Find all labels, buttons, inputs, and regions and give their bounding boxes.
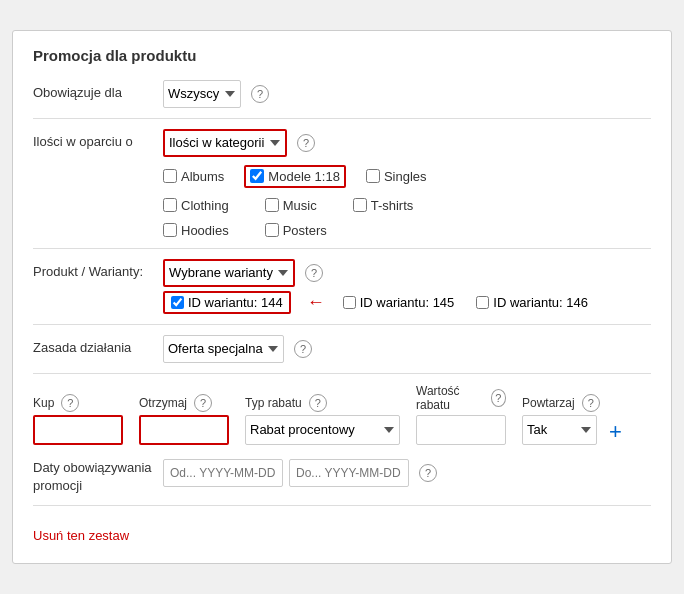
cb-albums[interactable] bbox=[163, 169, 177, 183]
obowiazuje-label: Obowiązuje dla bbox=[33, 80, 163, 100]
cb-clothing[interactable] bbox=[163, 198, 177, 212]
cb-modele-label: Modele 1:18 bbox=[268, 169, 340, 184]
zasada-label: Zasada działania bbox=[33, 335, 163, 355]
daty-help-icon[interactable]: ? bbox=[419, 464, 437, 482]
kup-label: Kup ? bbox=[33, 394, 79, 412]
col-powtarzaj: Powtarzaj ? Tak Nie bbox=[522, 394, 597, 445]
otrzymuj-input[interactable]: 1 bbox=[139, 415, 229, 445]
variant-145-checkbox[interactable] bbox=[343, 296, 356, 309]
divider-3 bbox=[33, 324, 651, 325]
checkbox-group-row1: Albums Modele 1:18 Singles bbox=[33, 161, 651, 188]
cb-singles-item: Singles bbox=[366, 165, 427, 188]
plus-area: + bbox=[605, 421, 622, 445]
cb-clothing-label: Clothing bbox=[181, 198, 229, 213]
col-kup: Kup ? 1 bbox=[33, 394, 123, 445]
cb-hoodies-label: Hoodies bbox=[181, 223, 229, 238]
cb-clothing-item: Clothing bbox=[163, 198, 229, 213]
produkt-label: Produkt / Warianty: bbox=[33, 259, 163, 279]
cb-posters-label: Posters bbox=[283, 223, 327, 238]
zasada-help-icon[interactable]: ? bbox=[294, 340, 312, 358]
obowiazuje-row: Obowiązuje dla Wszyscy ? bbox=[33, 80, 651, 108]
col-otrzymuj: Otrzymaj ? 1 bbox=[139, 394, 229, 445]
variant-145-label: ID wariantu: 145 bbox=[360, 295, 455, 310]
powtarzaj-help-icon[interactable]: ? bbox=[582, 394, 600, 412]
date-fields: ? bbox=[163, 459, 437, 487]
panel-title: Promocja dla produktu bbox=[33, 47, 651, 64]
cb-modele[interactable] bbox=[250, 169, 264, 183]
daty-label: Daty obowiązywania promocji bbox=[33, 459, 163, 495]
cb-tshirts[interactable] bbox=[353, 198, 367, 212]
powtarzaj-select[interactable]: Tak Nie bbox=[522, 415, 597, 445]
cb-music-item: Music bbox=[265, 198, 317, 213]
produkt-row: Produkt / Warianty: Wybrane warianty ? bbox=[33, 259, 651, 287]
ilosci-label: Ilości w oparciu o bbox=[33, 129, 163, 149]
ilosci-help-icon[interactable]: ? bbox=[297, 134, 315, 152]
cb-tshirts-item: T-shirts bbox=[353, 198, 414, 213]
date-to-input[interactable] bbox=[289, 459, 409, 487]
zasada-control: Oferta specjalna ? bbox=[163, 335, 651, 363]
variant-144-label: ID wariantu: 144 bbox=[188, 295, 283, 310]
checkbox-group-row2: Clothing Music T-shirts bbox=[33, 194, 651, 213]
divider-1 bbox=[33, 118, 651, 119]
typ-label: Typ rabatu ? bbox=[245, 394, 327, 412]
produkt-help-icon[interactable]: ? bbox=[305, 264, 323, 282]
arrow-icon: ← bbox=[307, 292, 325, 313]
typ-select[interactable]: Rabat procentowy bbox=[245, 415, 400, 445]
col-typ: Typ rabatu ? Rabat procentowy bbox=[245, 394, 400, 445]
divider-2 bbox=[33, 248, 651, 249]
variant-146-label: ID wariantu: 146 bbox=[493, 295, 588, 310]
obowiazuje-control: Wszyscy ? bbox=[163, 80, 651, 108]
add-row-button[interactable]: + bbox=[609, 417, 622, 444]
variant-146-item: ID wariantu: 146 bbox=[476, 295, 588, 310]
cb-music-label: Music bbox=[283, 198, 317, 213]
typ-help-icon[interactable]: ? bbox=[309, 394, 327, 412]
variant-144-checkbox[interactable] bbox=[171, 296, 184, 309]
otrzymuj-label: Otrzymaj ? bbox=[139, 394, 212, 412]
cb-tshirts-label: T-shirts bbox=[371, 198, 414, 213]
checkbox-group-row3: Hoodies Posters bbox=[33, 219, 651, 238]
ilosci-control: Ilości w kategorii ? bbox=[163, 129, 651, 157]
ilosci-row: Ilości w oparciu o Ilości w kategorii ? bbox=[33, 129, 651, 157]
obowiazuje-help-icon[interactable]: ? bbox=[251, 85, 269, 103]
variant-146-checkbox[interactable] bbox=[476, 296, 489, 309]
zasada-select[interactable]: Oferta specjalna bbox=[163, 335, 284, 363]
delete-link[interactable]: Usuń ten zestaw bbox=[33, 528, 129, 543]
zasada-row: Zasada działania Oferta specjalna ? bbox=[33, 335, 651, 363]
ilosci-select[interactable]: Ilości w kategorii bbox=[163, 129, 287, 157]
cb-modele-item: Modele 1:18 bbox=[244, 165, 346, 188]
kup-help-icon[interactable]: ? bbox=[61, 394, 79, 412]
obowiazuje-select[interactable]: Wszyscy bbox=[163, 80, 241, 108]
produkt-select[interactable]: Wybrane warianty bbox=[163, 259, 295, 287]
wartosc-label: Wartość rabatu ? bbox=[416, 384, 506, 412]
date-from-input[interactable] bbox=[163, 459, 283, 487]
kup-input[interactable]: 1 bbox=[33, 415, 123, 445]
powtarzaj-label: Powtarzaj ? bbox=[522, 394, 600, 412]
cb-hoodies[interactable] bbox=[163, 223, 177, 237]
cb-singles-label: Singles bbox=[384, 169, 427, 184]
promo-panel: Promocja dla produktu Obowiązuje dla Wsz… bbox=[12, 30, 672, 564]
otrzymuj-help-icon[interactable]: ? bbox=[194, 394, 212, 412]
variants-row: ID wariantu: 144 ← ID wariantu: 145 ID w… bbox=[33, 291, 651, 314]
cb-music[interactable] bbox=[265, 198, 279, 212]
cb-singles[interactable] bbox=[366, 169, 380, 183]
cb-posters-item: Posters bbox=[265, 223, 327, 238]
cb-albums-item: Albums bbox=[163, 165, 224, 188]
promo-headers-row: Kup ? 1 Otrzymaj ? 1 Typ rabatu ? Rabat … bbox=[33, 384, 651, 445]
wartosc-help-icon[interactable]: ? bbox=[491, 389, 506, 407]
produkt-control: Wybrane warianty ? bbox=[163, 259, 651, 287]
cb-albums-label: Albums bbox=[181, 169, 224, 184]
cb-hoodies-item: Hoodies bbox=[163, 223, 229, 238]
wartosc-input[interactable]: 100 bbox=[416, 415, 506, 445]
variant-145-item: ID wariantu: 145 bbox=[343, 295, 455, 310]
divider-4 bbox=[33, 373, 651, 374]
col-wartosc: Wartość rabatu ? 100 bbox=[416, 384, 506, 445]
cb-posters[interactable] bbox=[265, 223, 279, 237]
daty-row: Daty obowiązywania promocji ? bbox=[33, 459, 651, 495]
variant-144-item: ID wariantu: 144 bbox=[163, 291, 291, 314]
divider-5 bbox=[33, 505, 651, 506]
